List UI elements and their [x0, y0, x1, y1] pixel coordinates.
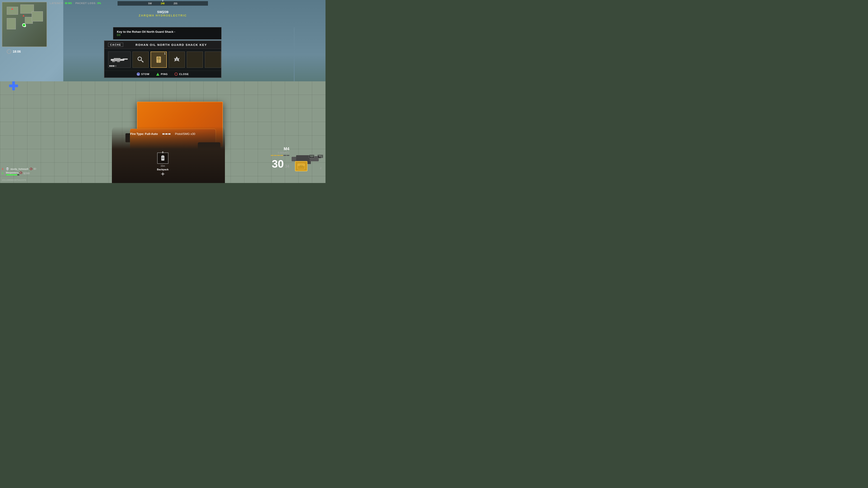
ammo-dot-2: [165, 133, 167, 135]
session-id: 10111895682287541O379: [2, 179, 26, 181]
ammo-bar-5: [283, 155, 286, 156]
fire-type-label: Fire Type: Full-Auto: [130, 132, 158, 135]
svg-rect-18: [307, 161, 311, 164]
weapon-name: M4: [271, 147, 289, 151]
selected-slot-count: 1: [164, 53, 165, 55]
ammo-current: 30: [272, 158, 284, 170]
enemy-skull-icon: 💀: [6, 167, 9, 170]
inventory-slot-empty-2[interactable]: [205, 52, 221, 68]
location-direction: SW|239: [139, 10, 187, 14]
team-money-1: $0: [34, 168, 36, 170]
inventory-slot-weapon[interactable]: ⬣⬣⬣ 0: [108, 52, 131, 68]
team-list: 3 💀 sturdy_fortress9 🔇 $0 1 Meqwskers 🔇 …: [2, 167, 36, 176]
l1-button: L1: [309, 155, 314, 158]
compass: SW 240 255: [118, 0, 208, 7]
weapon-info-bar: Fire Type: Full-Auto Pistol/SMG x30: [130, 132, 195, 135]
hud-timer: 18:06: [7, 49, 21, 54]
minimap: U: [2, 2, 47, 47]
key-icon: [137, 56, 144, 63]
cache-header: CACHE ROHAN OIL NORTH GUARD SHACK KEY: [104, 41, 221, 49]
ping-key-icon: [156, 73, 159, 76]
timer-icon: [7, 49, 11, 54]
backpack-icon[interactable]: 0: [157, 153, 168, 164]
team-money-2: $2300: [24, 172, 30, 175]
timer-hand: [8, 50, 9, 52]
svg-point-28: [301, 165, 302, 166]
tooltip-subtitle: D3: [117, 33, 218, 37]
inventory-slot-empty-1[interactable]: [187, 52, 203, 68]
team-member-2: 1 Meqwskers 🔇 $2300: [2, 171, 36, 175]
stow-key-icon: ■: [137, 72, 140, 76]
cache-panel: Key to the Rohan Oil North Guard Shack -…: [104, 27, 221, 78]
team-number-1: 3: [2, 168, 4, 170]
ammo-reserve: 34: [285, 164, 289, 168]
compass-sw-label: SW: [148, 2, 152, 5]
minimap-building-3: [7, 18, 16, 29]
ammo-display: 30 34: [272, 159, 289, 169]
vest-icon: [155, 56, 163, 64]
stow-action[interactable]: ■ STOW: [137, 72, 150, 76]
health-icon: [9, 81, 18, 90]
close-label: CLOSE: [179, 73, 189, 75]
close-key-icon: [175, 72, 178, 76]
inventory-grid: ⬣⬣⬣ 0 1: [104, 49, 221, 70]
stow-label: STOW: [141, 73, 150, 75]
svg-rect-3: [112, 61, 115, 62]
compass-bearing-240: 240: [161, 2, 164, 5]
mute-icon-1: 🔇: [30, 168, 32, 170]
backpack-svg-icon: [159, 155, 166, 162]
minimap-enemy-2: [23, 15, 24, 17]
ammo-dot-1: [162, 133, 164, 135]
svg-rect-2: [123, 59, 128, 60]
health-fill-2: [6, 174, 18, 175]
team-name-2: Meqwskers: [6, 171, 19, 174]
ping-action[interactable]: PING: [156, 72, 168, 76]
packet-loss-value: 0%: [97, 2, 101, 4]
mute-icon-2: 🔇: [20, 171, 22, 174]
ammo-bar-4: [280, 155, 283, 156]
timer-value: 18:06: [13, 50, 21, 53]
lr-buttons: L1 + R1: [309, 155, 323, 158]
minimap-building-5: [32, 11, 43, 22]
backpack-label: Backpack: [157, 168, 168, 171]
minimap-building-1: [7, 7, 18, 15]
tooltip-title: Key to the Rohan Oil North Guard Shack -: [117, 30, 218, 33]
minimap-player-label: U: [23, 24, 25, 26]
latency-label: LATENCY:: [50, 2, 64, 4]
ammo-bar-6: [287, 155, 289, 156]
secondary-ammo-value: 2: [320, 167, 321, 169]
team-number-2: 1: [2, 172, 4, 175]
cache-container: CACHE ROHAN OIL NORTH GUARD SHACK KEY ⬣⬣…: [104, 40, 221, 78]
chest-icon-area: [295, 161, 307, 171]
inventory-slot-key[interactable]: [132, 52, 149, 68]
team-member-2-info: Meqwskers 🔇: [6, 171, 22, 175]
chest-svg-icon: [297, 163, 305, 170]
inventory-slot-selected[interactable]: 1: [151, 52, 167, 68]
svg-rect-21: [162, 158, 164, 159]
backpack-area: 0 15m Backpack: [157, 153, 168, 176]
inventory-slot-item2[interactable]: [168, 52, 185, 68]
cross-vertical: [12, 81, 15, 90]
backpack-distance: 15m: [160, 165, 165, 167]
r1-button: R1: [317, 155, 323, 158]
svg-rect-1: [114, 58, 121, 61]
hud-top-stats: LATENCY: 38 MS PACKET LOSS: 0%: [50, 2, 101, 4]
chest-icon: [295, 161, 307, 171]
weapon-name-display: M4 5.56NATO: [271, 147, 289, 156]
cache-title: ROHAN OIL NORTH GUARD SHACK KEY: [125, 43, 217, 46]
ammo-dot-3: [168, 133, 170, 135]
location-name-label: ZARQWA HYDROELECTRIC: [139, 14, 187, 17]
close-action[interactable]: CLOSE: [175, 72, 189, 76]
drone-icon: [173, 56, 180, 63]
svg-rect-15: [296, 155, 310, 161]
ammo-bar-1: [271, 155, 274, 156]
backpack-count: 0: [162, 151, 163, 154]
weapon-ammo-bar: [271, 155, 289, 156]
svg-rect-20: [162, 155, 164, 156]
latency-value: 38 MS: [65, 2, 72, 4]
packet-loss-label: PACKET LOSS:: [75, 2, 96, 4]
cache-actions: ■ STOW PING CLOSE: [104, 70, 221, 77]
minimap-background: U: [2, 2, 46, 46]
cache-label: CACHE: [108, 43, 123, 47]
svg-rect-4: [117, 61, 120, 62]
